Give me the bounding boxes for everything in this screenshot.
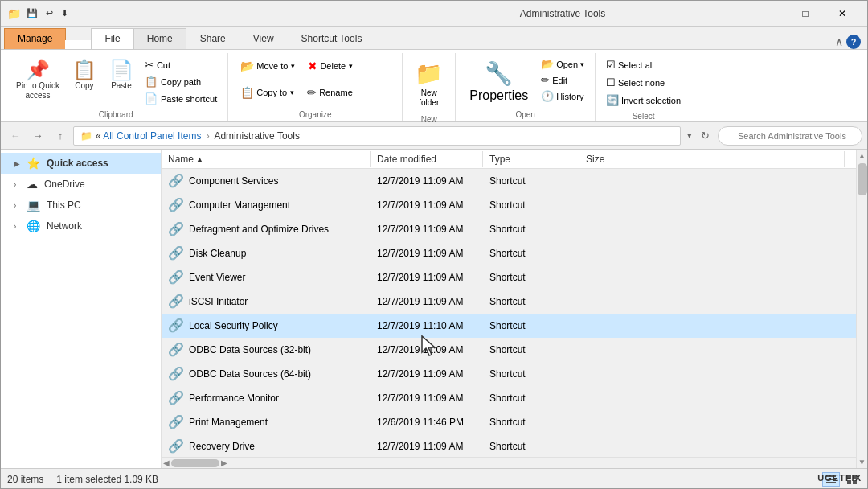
- breadcrumb-path2[interactable]: Administrative Tools: [214, 130, 300, 142]
- file-date-cell: 12/7/2019 11:09 AM: [371, 367, 483, 381]
- pin-to-quick-access-button[interactable]: 📌 Pin to Quickaccess: [10, 56, 65, 105]
- table-row[interactable]: 🔗 ODBC Data Sources (64-bit) 12/7/2019 1…: [162, 362, 856, 386]
- scroll-thumb[interactable]: [858, 163, 867, 195]
- clipboard-small-buttons: ✂ Cut 📋 Copy path 📄 Paste shortcut: [141, 56, 221, 107]
- col-header-type[interactable]: Type: [483, 151, 579, 167]
- select-none-button[interactable]: ☐ Select none: [602, 74, 685, 91]
- table-row[interactable]: 🔗 ODBC Data Sources (32-bit) 12/7/2019 1…: [162, 338, 856, 362]
- file-size-cell: [579, 421, 856, 424]
- redo-icon[interactable]: ⬇: [58, 6, 72, 20]
- h-scroll-left[interactable]: ◀: [163, 458, 170, 467]
- breadcrumb-path1[interactable]: All Control Panel Items: [103, 130, 201, 142]
- paste-icon: 📄: [109, 60, 133, 80]
- paste-shortcut-button[interactable]: 📄 Paste shortcut: [141, 90, 221, 107]
- sidebar-item-quick-access[interactable]: ▶ ⭐ Quick access: [1, 153, 161, 174]
- file-list-container: Name ▲ Date modified Type Size 🔗 Compone…: [162, 150, 856, 468]
- history-icon: 🕐: [541, 90, 554, 102]
- scroll-down-button[interactable]: ▼: [857, 456, 868, 468]
- table-row[interactable]: 🔗 Local Security Policy 12/7/2019 11:10 …: [162, 314, 856, 338]
- copy-path-button[interactable]: 📋 Copy path: [141, 73, 221, 90]
- help-icon[interactable]: ?: [846, 35, 861, 49]
- search-input[interactable]: [718, 126, 862, 146]
- up-button[interactable]: ↑: [51, 126, 70, 146]
- back-button[interactable]: ←: [6, 126, 25, 146]
- select-all-button[interactable]: ☑ Select all: [602, 56, 685, 73]
- scroll-up-button[interactable]: ▲: [857, 150, 868, 162]
- cut-button[interactable]: ✂ Cut: [141, 56, 221, 73]
- copy-button[interactable]: 📋 Copy: [67, 56, 102, 94]
- file-type-cell: Shortcut: [483, 415, 579, 429]
- file-type-icon: 🔗: [168, 197, 184, 212]
- horizontal-scrollbar[interactable]: ◀ ▶: [162, 457, 856, 468]
- table-row[interactable]: 🔗 Component Services 12/7/2019 11:09 AM …: [162, 169, 856, 193]
- file-name-cell: 🔗 Print Management: [162, 413, 371, 431]
- file-size-cell: [579, 348, 856, 351]
- col-header-name[interactable]: Name ▲: [162, 151, 371, 167]
- onedrive-icon: ☁: [27, 178, 38, 191]
- undo-icon[interactable]: ↩: [43, 6, 56, 20]
- breadcrumb-separator: «: [96, 130, 101, 142]
- close-button[interactable]: ✕: [824, 1, 861, 27]
- tab-shortcut-tools[interactable]: Shortcut Tools: [288, 28, 376, 49]
- table-row[interactable]: 🔗 Recovery Drive 12/7/2019 11:09 AM Shor…: [162, 434, 856, 457]
- ribbon-collapse-icon[interactable]: ∧: [835, 35, 843, 48]
- refresh-button[interactable]: ↻: [695, 126, 714, 146]
- tab-view[interactable]: View: [240, 28, 288, 49]
- table-row[interactable]: 🔗 Defragment and Optimize Drives 12/7/20…: [162, 217, 856, 241]
- select-none-icon: ☐: [606, 76, 616, 88]
- h-scroll-right[interactable]: ▶: [221, 458, 227, 467]
- move-to-button[interactable]: 📂 Move to: [235, 56, 301, 76]
- sort-arrow: ▲: [196, 155, 203, 163]
- properties-button[interactable]: 🔧 Properties: [462, 56, 535, 107]
- ribbon-group-clipboard: 📌 Pin to Quickaccess 📋 Copy 📄 Paste ✂: [4, 53, 228, 121]
- sidebar-item-onedrive[interactable]: › ☁ OneDrive: [1, 174, 161, 195]
- tab-file[interactable]: File: [91, 28, 133, 49]
- window-title: Administrative Tools: [379, 8, 747, 19]
- paste-button[interactable]: 📄 Paste: [104, 56, 139, 94]
- paste-shortcut-icon: 📄: [145, 92, 158, 105]
- table-row[interactable]: 🔗 Performance Monitor 12/7/2019 11:09 AM…: [162, 386, 856, 410]
- col-header-size[interactable]: Size: [579, 151, 845, 167]
- dropdown-arrow[interactable]: ▾: [687, 130, 692, 141]
- col-name-label: Name: [168, 154, 194, 165]
- address-path[interactable]: 📁 « All Control Panel Items › Administra…: [73, 126, 681, 146]
- table-row[interactable]: 🔗 iSCSI Initiator 12/7/2019 11:09 AM Sho…: [162, 290, 856, 314]
- table-row[interactable]: 🔗 Event Viewer 12/7/2019 11:09 AM Shortc…: [162, 265, 856, 290]
- tab-manage[interactable]: Manage: [4, 28, 66, 49]
- rename-button[interactable]: ✏ Rename: [301, 83, 358, 102]
- sidebar-item-network[interactable]: › 🌐 Network: [1, 216, 161, 236]
- file-name: Component Services: [189, 175, 278, 187]
- select-label: Select: [633, 112, 655, 123]
- new-folder-button[interactable]: 📁 Newfolder: [409, 56, 448, 112]
- file-type-icon: 🔗: [168, 245, 184, 261]
- minimize-button[interactable]: —: [750, 1, 787, 27]
- open-buttons-col: 📂 Open ✏ Edit 🕐 History: [537, 56, 588, 104]
- open-button[interactable]: 📂 Open: [537, 56, 588, 72]
- file-type-cell: Shortcut: [483, 439, 579, 454]
- file-size-cell: [579, 324, 856, 327]
- copy-to-button[interactable]: 📋 Copy to: [235, 83, 300, 102]
- sidebar-item-this-pc[interactable]: › 💻 This PC: [1, 195, 161, 216]
- delete-button[interactable]: ✖ Delete: [302, 56, 358, 76]
- edit-button[interactable]: ✏ Edit: [537, 72, 588, 88]
- cut-icon: ✂: [145, 59, 154, 71]
- file-date-cell: 12/7/2019 11:09 AM: [371, 439, 483, 454]
- file-date-cell: 12/7/2019 11:09 AM: [371, 343, 483, 357]
- file-name: ODBC Data Sources (64-bit): [189, 368, 311, 380]
- table-row[interactable]: 🔗 Disk Cleanup 12/7/2019 11:09 AM Shortc…: [162, 241, 856, 265]
- table-row[interactable]: 🔗 Print Management 12/6/2019 11:46 PM Sh…: [162, 410, 856, 434]
- invert-selection-button[interactable]: 🔄 Invert selection: [602, 92, 685, 109]
- vertical-scrollbar[interactable]: ▲ ▼: [856, 150, 867, 468]
- file-name: iSCSI Initiator: [189, 296, 248, 307]
- table-row[interactable]: 🔗 Computer Management 12/7/2019 11:09 AM…: [162, 193, 856, 217]
- col-header-date[interactable]: Date modified: [371, 151, 483, 167]
- tab-share[interactable]: Share: [186, 28, 240, 49]
- save-icon[interactable]: 💾: [23, 6, 41, 20]
- paste-shortcut-label: Paste shortcut: [161, 94, 217, 104]
- h-scroll-thumb[interactable]: [171, 459, 219, 467]
- tab-home[interactable]: Home: [133, 28, 186, 49]
- file-date-cell: 12/7/2019 11:09 AM: [371, 294, 483, 309]
- history-button[interactable]: 🕐 History: [537, 88, 588, 104]
- maximize-button[interactable]: □: [787, 1, 824, 27]
- forward-button[interactable]: →: [28, 126, 47, 146]
